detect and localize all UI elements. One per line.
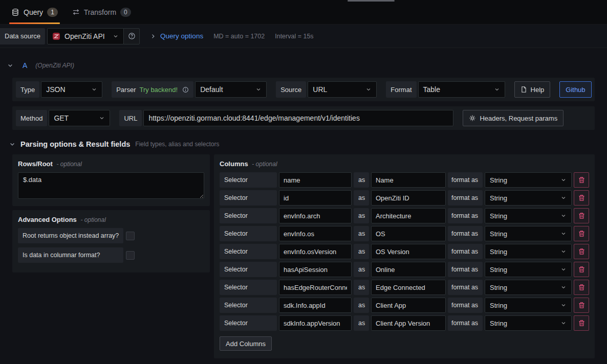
- datasource-bar: Data source OpenZiti API Query options M…: [0, 25, 607, 48]
- request-row: Method GET URL Headers, Request params: [12, 106, 595, 130]
- format-select[interactable]: Table: [418, 81, 505, 98]
- column-format-select[interactable]: String: [485, 280, 572, 295]
- column-selector-input[interactable]: [279, 226, 352, 241]
- as-label: as: [354, 172, 369, 188]
- type-select[interactable]: JSON: [41, 81, 102, 98]
- tab-query[interactable]: Query 1: [6, 0, 63, 24]
- chevron-down-icon: [365, 86, 372, 93]
- type-label: Type: [16, 81, 39, 98]
- chevron-down-icon: [560, 213, 567, 219]
- column-selector-input[interactable]: [279, 172, 352, 188]
- method-select-value: GET: [54, 114, 69, 122]
- headers-params-label: Headers, Request params: [480, 115, 557, 122]
- delete-column-button[interactable]: [574, 262, 589, 277]
- column-format-select[interactable]: String: [485, 244, 572, 259]
- tab-transform[interactable]: Transform 0: [67, 0, 136, 24]
- url-input[interactable]: [143, 110, 453, 126]
- column-alias-input[interactable]: [371, 190, 446, 206]
- help-button[interactable]: Help: [514, 81, 551, 98]
- advanced-option-row: Root returns object instead array?: [18, 228, 204, 243]
- column-format-select[interactable]: String: [485, 315, 572, 331]
- help-button-label: Help: [531, 86, 545, 94]
- column-format-select[interactable]: String: [485, 172, 572, 188]
- column-alias-input[interactable]: [371, 262, 446, 277]
- selector-label: Selector: [220, 280, 277, 295]
- advanced-options-optional-text: - optional: [80, 216, 105, 223]
- query-collapse-toggle[interactable]: [5, 60, 15, 71]
- format-as-label: format as: [448, 244, 483, 259]
- query-options-toggle[interactable]: Query options: [150, 32, 203, 40]
- column-format-value: String: [490, 176, 507, 184]
- selector-label: Selector: [220, 244, 277, 259]
- delete-column-button[interactable]: [574, 172, 589, 188]
- column-alias-input[interactable]: [371, 172, 446, 188]
- tab-transform-label: Transform: [84, 8, 116, 16]
- tab-transform-count: 0: [120, 8, 131, 17]
- source-select[interactable]: URL: [308, 81, 377, 98]
- delete-column-button[interactable]: [574, 208, 589, 223]
- column-alias-input[interactable]: [371, 280, 446, 295]
- column-format-select[interactable]: String: [485, 298, 572, 313]
- parsing-collapse-toggle[interactable]: [9, 141, 15, 147]
- column-alias-input[interactable]: [371, 244, 446, 259]
- selector-label: Selector: [220, 298, 277, 313]
- delete-column-button[interactable]: [574, 190, 589, 206]
- source-field: Source URL: [276, 81, 377, 98]
- column-selector-input[interactable]: [279, 208, 352, 223]
- selector-label: Selector: [220, 208, 277, 223]
- headers-params-button[interactable]: Headers, Request params: [463, 110, 563, 126]
- left-options-column: Rows/Root - optional $.data Advanced Opt…: [12, 154, 210, 272]
- delete-column-button[interactable]: [574, 280, 589, 295]
- as-label: as: [354, 244, 369, 259]
- rows-root-optional-text: - optional: [57, 161, 82, 168]
- column-row: Selector as format as String: [220, 208, 589, 223]
- column-selector-input[interactable]: [279, 244, 352, 259]
- delete-column-button[interactable]: [574, 244, 589, 259]
- query-ref-id[interactable]: A: [23, 61, 27, 70]
- column-row: Selector as format as String: [220, 280, 589, 295]
- delete-column-button[interactable]: [574, 226, 589, 241]
- as-label: as: [354, 190, 369, 206]
- column-row: Selector as format as String: [220, 172, 589, 188]
- column-selector-input[interactable]: [279, 262, 352, 277]
- parser-select-value: Default: [200, 85, 223, 94]
- delete-column-button[interactable]: [574, 315, 589, 331]
- gear-icon: [469, 115, 476, 122]
- advanced-option-checkbox[interactable]: [126, 251, 135, 260]
- column-selector-input[interactable]: [279, 280, 352, 295]
- question-circle-icon: [128, 32, 136, 40]
- method-select[interactable]: GET: [49, 110, 110, 126]
- parser-backend-hint[interactable]: Try backend!: [139, 86, 178, 94]
- column-format-select[interactable]: String: [485, 226, 572, 241]
- datasource-picker[interactable]: OpenZiti API: [47, 28, 124, 44]
- column-format-select[interactable]: String: [485, 262, 572, 277]
- datasource-help-button[interactable]: [123, 28, 140, 44]
- column-selector-input[interactable]: [279, 190, 352, 206]
- rows-root-panel: Rows/Root - optional $.data: [12, 154, 210, 206]
- column-selector-input[interactable]: [279, 298, 352, 313]
- column-alias-input[interactable]: [371, 208, 446, 223]
- add-columns-button[interactable]: Add Columns: [220, 336, 272, 351]
- rows-root-input[interactable]: $.data: [18, 172, 204, 199]
- column-alias-input[interactable]: [371, 298, 446, 313]
- source-label: Source: [276, 81, 306, 98]
- chevron-down-icon: [99, 115, 105, 121]
- column-alias-input[interactable]: [371, 226, 446, 241]
- delete-column-button[interactable]: [574, 298, 589, 313]
- github-button[interactable]: Github: [559, 81, 591, 98]
- github-button-label: Github: [566, 86, 585, 94]
- chevron-down-icon: [7, 62, 13, 69]
- column-format-select[interactable]: String: [485, 190, 572, 206]
- column-alias-input[interactable]: [371, 315, 446, 331]
- url-label: URL: [119, 110, 142, 126]
- advanced-options-title: Advanced Options - optional: [18, 216, 204, 223]
- column-selector-input[interactable]: [279, 315, 352, 331]
- column-format-select[interactable]: String: [485, 208, 572, 223]
- parser-field: Parser Try backend! Default: [112, 81, 267, 98]
- max-data-points-summary: MD = auto = 1702: [213, 33, 265, 40]
- parser-select[interactable]: Default: [195, 81, 267, 98]
- column-row: Selector as format as String: [220, 298, 589, 313]
- advanced-option-checkbox[interactable]: [126, 232, 135, 240]
- chevron-down-icon: [91, 86, 97, 93]
- trash-icon: [578, 320, 585, 327]
